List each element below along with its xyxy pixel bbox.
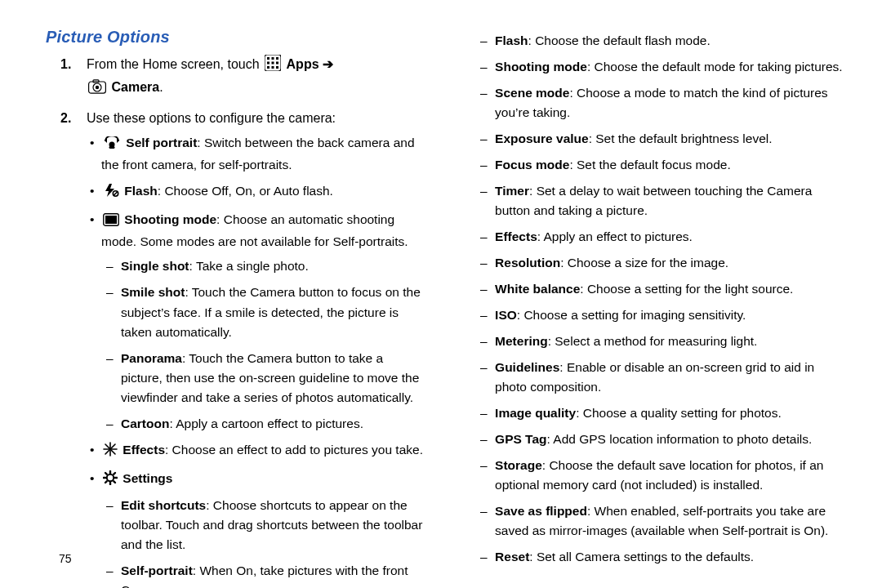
label: Image quality: [495, 406, 576, 420]
label: Smile shot: [121, 285, 185, 299]
sub-cartoon: Cartoon: Apply a cartoon effect to pictu…: [121, 414, 425, 434]
label: White balance: [495, 282, 580, 296]
settings-sublist-right: Flash: Choose the default flash mode. Sh…: [462, 31, 849, 567]
option-settings: Settings Edit shortcuts: Choose shortcut…: [101, 469, 425, 588]
label: Panorama: [121, 351, 182, 365]
sub-single-shot: Single shot: Take a single photo.: [121, 256, 425, 276]
sub-smile-shot: Smile shot: Touch the Camera button to f…: [121, 283, 425, 341]
option-flash: Flash: Choose Off, On, or Auto flash.: [101, 181, 425, 203]
effects-icon: [103, 442, 118, 462]
label: Save as flipped: [495, 504, 587, 518]
svg-line-34: [114, 473, 115, 474]
label: Metering: [495, 334, 548, 348]
item-whitebalance: White balance: Choose a setting for the …: [495, 279, 849, 299]
svg-rect-9: [276, 66, 278, 69]
svg-rect-17: [109, 146, 115, 149]
left-column: Picture Options 1. From the Home screen,…: [47, 28, 425, 588]
label: Guidelines: [495, 360, 559, 374]
option-effects: Effects: Choose an effect to add to pict…: [101, 440, 425, 462]
step-2: 2. Use these options to configure the ca…: [87, 109, 425, 588]
shooting-mode-sublist: Single shot: Take a single photo. Smile …: [101, 256, 425, 433]
label: Flash: [124, 184, 157, 198]
svg-line-35: [105, 481, 107, 483]
settings-label: Settings: [122, 471, 172, 485]
label: Shooting mode: [124, 212, 216, 226]
label: Edit shortcuts: [121, 498, 206, 512]
text: : Add GPS location information to photo …: [547, 432, 813, 446]
label: Focus mode: [495, 158, 569, 172]
text: : Choose the default flash mode.: [528, 33, 710, 47]
shooting-mode-icon: [103, 212, 119, 232]
svg-rect-4: [267, 62, 270, 65]
label: ISO: [495, 308, 517, 322]
camera-label: Camera: [111, 80, 159, 94]
label: Self portrait: [126, 136, 197, 149]
label: Exposure value: [495, 131, 589, 145]
svg-rect-1: [267, 57, 270, 60]
label: Flash: [495, 33, 528, 47]
item-flash: Flash: Choose the default flash mode.: [495, 31, 849, 51]
item-timer: Timer: Set a delay to wait between touch…: [495, 181, 849, 220]
item-iso: ISO: Choose a setting for imaging sensit…: [495, 305, 849, 325]
item-exposure: Exposure value: Set the default brightne…: [495, 129, 849, 149]
label: Effects: [122, 443, 165, 457]
label: Cartoon: [121, 416, 169, 430]
camera-icon: [88, 79, 106, 100]
self-portrait-icon: [103, 136, 121, 155]
text: : Take a single photo.: [189, 259, 309, 273]
svg-point-13: [96, 86, 99, 89]
page: Picture Options 1. From the Home screen,…: [0, 0, 882, 588]
svg-rect-22: [105, 216, 117, 224]
label: Self-portrait: [121, 564, 193, 577]
text: : Choose a size for the image.: [560, 256, 728, 270]
sub-panorama: Panorama: Touch the Camera button to tak…: [121, 349, 425, 408]
flash-icon: [103, 183, 119, 203]
text: : Choose a quality setting for photos.: [576, 406, 782, 420]
text: : Set the default focus mode.: [569, 158, 730, 172]
item-guidelines: Guidelines: Enable or disable an on-scre…: [495, 358, 849, 397]
text: : Choose the default save location for p…: [495, 458, 823, 492]
options-list: Self portrait: Switch between the back c…: [87, 133, 425, 588]
settings-sublist-left: Edit shortcuts: Choose shortcuts to appe…: [101, 496, 425, 588]
text: : Set all Camera settings to the default…: [529, 550, 754, 564]
item-save-flipped: Save as flipped: When enabled, self-port…: [495, 501, 849, 541]
step1-text-before: From the Home screen, touch: [87, 57, 263, 71]
period: .: [159, 80, 163, 94]
text: : Choose a setting for the light source.: [580, 282, 793, 296]
apps-label: Apps: [287, 57, 319, 71]
text: : Choose Off, On, or Auto flash.: [158, 184, 333, 198]
item-image-quality: Image quality: Choose a quality setting …: [495, 403, 849, 423]
item-metering: Metering: Select a method for measuring …: [495, 332, 849, 351]
svg-line-33: [114, 481, 115, 483]
svg-rect-7: [267, 66, 270, 69]
gear-icon: [103, 470, 118, 491]
label: Storage: [495, 458, 542, 472]
option-shooting-mode: Shooting mode: Choose an automatic shoot…: [101, 210, 425, 433]
steps-list: 1. From the Home screen, touch Apps ➔ Ca…: [47, 55, 425, 588]
svg-line-32: [105, 473, 107, 474]
item-resolution: Resolution: Choose a size for the image.: [495, 253, 849, 273]
item-shooting: Shooting mode: Choose the default mode f…: [495, 57, 849, 77]
apps-grid-icon: [265, 55, 281, 78]
label: Effects: [495, 229, 537, 243]
item-storage: Storage: Choose the default save locatio…: [495, 456, 849, 495]
step-1: 1. From the Home screen, touch Apps ➔ Ca…: [87, 55, 425, 100]
step-number: 2.: [60, 109, 71, 129]
text: : Set a delay to wait between touching t…: [495, 184, 812, 217]
text: : Choose an effect to add to pictures yo…: [165, 443, 423, 457]
page-number: 75: [59, 552, 72, 565]
svg-rect-8: [272, 66, 274, 69]
svg-point-27: [107, 474, 114, 480]
item-focus: Focus mode: Set the default focus mode.: [495, 155, 849, 175]
step2-lead: Use these options to configure the camer…: [87, 111, 336, 125]
svg-line-20: [114, 192, 118, 196]
text: : Apply a cartoon effect to pictures.: [169, 416, 363, 430]
option-self-portrait: Self portrait: Switch between the back c…: [101, 133, 425, 175]
section-heading: Picture Options: [46, 28, 425, 47]
text: : Apply an effect to pictures.: [537, 229, 693, 243]
svg-rect-5: [272, 62, 274, 65]
item-effects: Effects: Apply an effect to pictures.: [495, 227, 849, 247]
text: : Choose the default mode for taking pic…: [587, 60, 843, 74]
arrow: ➔: [323, 57, 333, 71]
svg-rect-2: [272, 57, 274, 60]
